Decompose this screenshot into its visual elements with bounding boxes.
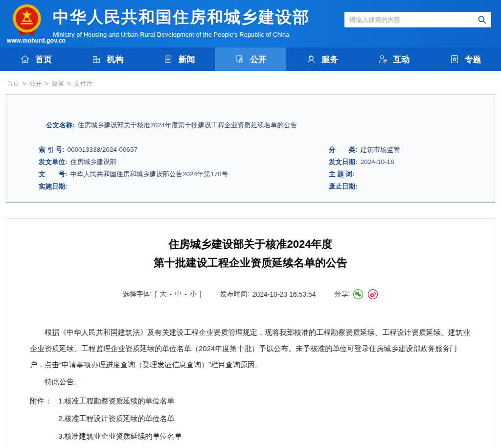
weibo-icon[interactable] (367, 289, 378, 300)
document-meta-box: 公文名称:住房城乡建设部关于核准2024年度第十批建设工程企业资质延续名单的公告… (6, 94, 495, 203)
main-nav: 首页 机构 新闻 公开 服务 互动 专题 (0, 47, 501, 71)
wechat-icon[interactable] (353, 289, 364, 300)
meta-label: 实施日期: (39, 183, 68, 190)
search-box (344, 12, 491, 27)
article-title-line2: 第十批建设工程企业资质延续名单的公告 (30, 254, 471, 272)
breadcrumb-separator: > (45, 80, 49, 87)
publish-time-value: 2024-10-23 16:53:54 (252, 290, 316, 298)
meta-row-doc-number: 文 号:中华人民共和国住房和城乡建设部公告2024年第170号 (39, 168, 323, 180)
home-icon (20, 54, 30, 65)
site-subtitle: Ministry of Housing and Urban-Rural Deve… (53, 31, 310, 38)
national-emblem-icon (8, 3, 46, 38)
article-closing: 特此公告。 (30, 376, 471, 388)
disclosure-icon (234, 54, 245, 65)
meta-row-index-number: 索 引 号:000013338/2024-00657 (39, 143, 323, 156)
meta-row-implement-date: 实施日期: (39, 180, 323, 192)
nav-item-label: 服务 (321, 54, 338, 65)
breadcrumb-policy[interactable]: 政策 (51, 80, 64, 87)
meta-label: 发文单位: (39, 158, 68, 165)
topics-icon (449, 54, 460, 65)
nav-item-interaction[interactable]: 互动 (358, 47, 429, 71)
meta-label: 主 题 词: (329, 170, 355, 178)
separator: - (184, 290, 187, 298)
publish-time-label: 发布时间: (220, 290, 250, 299)
breadcrumb: 首页>公开>政策>文件库 (0, 71, 501, 94)
interaction-icon (378, 54, 388, 65)
article-meta-line: 选择字体: [大-中-小] 发布时间: 2024-10-23 16:53:54 … (30, 289, 471, 300)
attachment-link-1[interactable]: 1.核准工程勘察资质延续的单位名单 (58, 392, 189, 410)
search-input[interactable] (344, 12, 473, 27)
meta-label: 分 类: (329, 146, 358, 153)
attachment-link-2[interactable]: 2.核准工程设计资质延续的单位名单 (58, 410, 189, 427)
article-title: 住房城乡建设部关于核准2024年度 第十批建设工程企业资质延续名单的公告 (30, 235, 471, 272)
font-size-label: 选择字体: (123, 290, 152, 299)
nav-item-label: 互动 (393, 54, 410, 65)
meta-label: 废止日期: (329, 183, 358, 190)
nav-item-services[interactable]: 服务 (286, 47, 358, 71)
meta-value: 住房城乡建设部 (70, 158, 117, 165)
breadcrumb-separator: > (23, 80, 26, 87)
nav-item-label: 新闻 (179, 54, 195, 65)
nav-item-home[interactable]: 首页 (0, 47, 71, 71)
separator: - (169, 290, 172, 298)
nav-item-disclosure[interactable]: 公开 (215, 47, 286, 71)
meta-value: 2024-10-18 (361, 158, 394, 165)
bracket: [ (155, 290, 157, 298)
nav-item-organization[interactable]: 机构 (71, 47, 143, 71)
article-card: 住房城乡建设部关于核准2024年度 第十批建设工程企业资质延续名单的公告 选择字… (6, 218, 495, 448)
nav-item-label: 专题 (465, 54, 481, 65)
breadcrumb-home[interactable]: 首页 (7, 80, 20, 87)
nav-item-news[interactable]: 新闻 (143, 47, 215, 71)
article-title-line1: 住房城乡建设部关于核准2024年度 (30, 235, 471, 254)
meta-row-category: 分 类:建筑市场监管 (329, 143, 495, 156)
attachment-link-4[interactable]: 4.核准工程监理企业资质延续的单位名单 (58, 445, 189, 448)
meta-label: 文 号: (39, 170, 68, 178)
nav-item-label: 首页 (35, 54, 52, 65)
breadcrumb-separator: > (67, 80, 71, 87)
meta-label: 公文名称: (46, 121, 75, 129)
meta-row-issuing-unit: 发文单位:住房城乡建设部 (39, 156, 323, 168)
meta-label: 索 引 号: (39, 146, 65, 153)
nav-item-label: 公开 (250, 54, 267, 65)
attachments-label: 附件： (30, 392, 58, 448)
breadcrumb-disclosure[interactable]: 公开 (29, 80, 42, 87)
search-button[interactable] (473, 12, 491, 27)
attachments-section: 附件： 1.核准工程勘察资质延续的单位名单 2.核准工程设计资质延续的单位名单 … (30, 392, 471, 448)
article-paragraph: 根据《中华人民共和国建筑法》及有关建设工程企业资质管理规定，现将我部核准的工程勘… (30, 324, 471, 373)
search-icon (477, 15, 487, 24)
meta-row-doc-name: 公文名称:住房城乡建设部关于核准2024年度第十批建设工程企业资质延续名单的公告 (6, 107, 495, 143)
meta-value: 000013338/2024-00657 (68, 146, 137, 153)
nav-item-label: 机构 (107, 54, 123, 65)
breadcrumb-current: 文件库 (74, 80, 93, 87)
site-header: www.mohurd.gov.cn 中华人民共和国住房和城乡建设部 Minist… (0, 0, 501, 47)
organization-icon (91, 54, 102, 65)
meta-row-repeal-date: 废止日期: (329, 180, 495, 192)
bracket: ] (200, 290, 202, 298)
font-size-small[interactable]: 小 (190, 290, 197, 299)
share-label: 分享: (335, 290, 350, 299)
meta-value: 住房城乡建设部关于核准2024年度第十批建设工程企业资质延续名单的公告 (78, 121, 297, 129)
service-icon (306, 54, 317, 65)
article-body: 根据《中华人民共和国建筑法》及有关建设工程企业资质管理规定，现将我部核准的工程勘… (30, 324, 471, 448)
news-icon (163, 54, 174, 65)
meta-row-issue-date: 发文日期:2024-10-18 (329, 156, 495, 168)
meta-row-subject-words: 主 题 词: (329, 168, 495, 180)
meta-value: 中华人民共和国住房和城乡建设部公告2024年第170号 (70, 170, 228, 178)
site-title: 中华人民共和国住房和城乡建设部 (53, 6, 310, 28)
font-size-large[interactable]: 大 (159, 290, 166, 299)
site-url: www.mohurd.gov.cn (7, 37, 66, 44)
meta-value: 建筑市场监管 (361, 146, 400, 153)
font-size-medium[interactable]: 中 (175, 290, 182, 299)
attachment-link-3[interactable]: 3.核准建筑业企业资质延续的单位名单 (58, 427, 189, 445)
nav-item-topics[interactable]: 专题 (430, 47, 501, 71)
meta-label: 发文日期: (329, 158, 358, 165)
